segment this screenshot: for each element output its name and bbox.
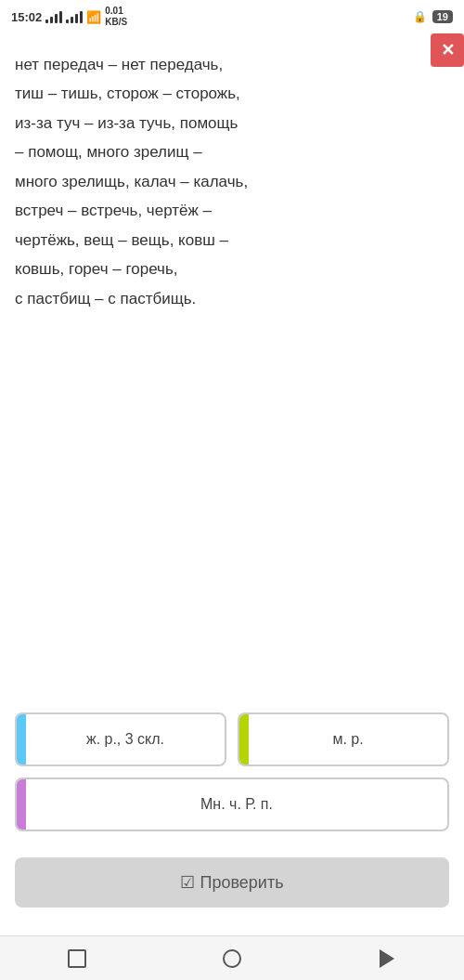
- bar4: [59, 11, 62, 23]
- category-plural-genitive[interactable]: Мн. ч. Р. п.: [15, 777, 449, 831]
- nav-home-button[interactable]: [213, 940, 251, 977]
- legend-section: ж. р., 3 скл. м. р. Мн. ч. Р. п.: [0, 698, 464, 839]
- category-female-3rd[interactable]: ж. р., 3 скл.: [15, 712, 226, 766]
- status-right: 🔒 19: [413, 10, 453, 23]
- category-female-3rd-label: ж. р., 3 скл.: [26, 724, 225, 755]
- check-button[interactable]: ☑ Проверить: [15, 857, 449, 908]
- bar7: [75, 14, 78, 23]
- content-wrapper: ✕ нет передач – нет передачь, тиш – тишь…: [0, 33, 464, 935]
- status-left: 15:02 📶 0.01KB/S: [11, 6, 127, 28]
- category-plural-genitive-label: Мн. ч. Р. п.: [26, 789, 447, 820]
- nav-back-button[interactable]: [368, 940, 406, 977]
- speed-display: 0.01KB/S: [105, 6, 127, 28]
- square-icon: [68, 949, 86, 968]
- main-text: нет передач – нет передачь, тиш – тишь, …: [0, 33, 464, 698]
- color-bar-yellow-green: [239, 714, 249, 764]
- nav-square-button[interactable]: [58, 940, 96, 977]
- battery-display: 19: [432, 10, 453, 23]
- signal-bars-1: [45, 10, 62, 23]
- lock-icon: 🔒: [413, 10, 427, 23]
- time-display: 15:02: [11, 10, 42, 24]
- status-bar: 15:02 📶 0.01KB/S 🔒 19: [0, 0, 464, 33]
- circle-icon: [223, 949, 241, 968]
- triangle-icon: [380, 949, 394, 968]
- category-male[interactable]: м. р.: [238, 712, 449, 766]
- color-bar-purple: [17, 779, 26, 830]
- signal-bars-2: [66, 10, 83, 23]
- legend-row-2: Мн. ч. Р. п.: [15, 777, 449, 831]
- category-male-label: м. р.: [249, 724, 447, 755]
- nav-bar: [0, 935, 464, 980]
- check-btn-wrapper: ☑ Проверить: [0, 839, 464, 935]
- bar5: [66, 20, 69, 23]
- bar6: [71, 17, 73, 23]
- wifi-icon: 📶: [86, 10, 101, 24]
- bar1: [45, 20, 48, 23]
- legend-row-1: ж. р., 3 скл. м. р.: [15, 712, 449, 766]
- bar8: [80, 11, 83, 23]
- color-bar-blue: [17, 714, 26, 764]
- close-button[interactable]: ✕: [431, 33, 464, 67]
- bar3: [55, 14, 58, 23]
- bar2: [50, 17, 53, 23]
